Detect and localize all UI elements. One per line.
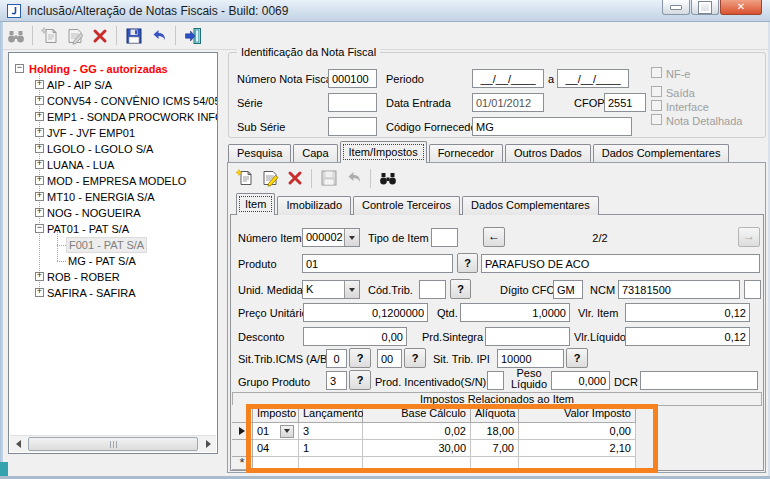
tab-controle-terceiros[interactable]: Controle Terceiros (353, 196, 460, 215)
sit-icms-b-input[interactable] (377, 349, 402, 368)
tab-pesquisa[interactable]: Pesquisa (228, 144, 291, 163)
nota-detalhada-checkbox[interactable] (651, 114, 662, 125)
item-undo-button[interactable] (341, 167, 366, 190)
close-button[interactable]: ✕ (720, 0, 762, 15)
tree-item[interactable]: JVF - JVF EMP01 (45, 125, 137, 141)
fornecedor-input[interactable] (472, 117, 632, 136)
row-selector-new[interactable]: * (232, 457, 253, 470)
cell-base-calculo[interactable]: 0,02 (363, 423, 471, 440)
data-entrada-input[interactable] (472, 93, 544, 112)
cell-lancamento[interactable]: 3 (299, 423, 363, 440)
minimize-button[interactable] (662, 0, 690, 15)
grupo-produto-input[interactable] (326, 371, 347, 390)
dcr-input[interactable] (640, 371, 758, 390)
exit-button[interactable] (180, 24, 205, 47)
numero-nota-input[interactable] (328, 69, 377, 88)
prod-incentivado-input[interactable] (487, 371, 504, 390)
expand-icon[interactable] (35, 144, 44, 153)
sit-icms-b-help-button[interactable]: ? (404, 348, 426, 368)
scrollbar-thumb[interactable] (28, 437, 198, 451)
tree-item[interactable]: LUANA - LUA (45, 157, 116, 173)
expand-icon[interactable] (35, 176, 44, 185)
cell-aliquota[interactable] (471, 457, 519, 470)
tree-item[interactable]: MG - PAT S/A (66, 253, 138, 269)
item-find-button[interactable] (375, 167, 400, 190)
tree-item[interactable]: LGOLO - LGOLO S/A (45, 141, 155, 157)
tree-item[interactable]: CONV54 - CONVÊNIO ICMS 54/05 (45, 93, 218, 109)
cell-aliquota[interactable]: 7,00 (471, 440, 519, 457)
vlr-item-input[interactable] (625, 303, 750, 322)
expand-icon[interactable] (35, 288, 44, 297)
tree-item[interactable]: SAFIRA - SAFIRA (45, 285, 138, 301)
sub-serie-input[interactable] (328, 117, 377, 136)
collapse-icon[interactable] (15, 64, 24, 73)
tree-item[interactable]: NOG - NOGUEIRA (45, 205, 143, 221)
digito-cfop-input[interactable] (553, 280, 583, 299)
dropdown-button[interactable] (344, 281, 359, 298)
cell-imposto[interactable] (253, 457, 299, 470)
prd-sintegra-input[interactable] (485, 327, 570, 346)
item-save-button[interactable] (316, 167, 341, 190)
tree-item[interactable]: AIP - AIP S/A (45, 77, 114, 93)
next-item-button[interactable]: → (738, 227, 760, 247)
grupo-produto-help-button[interactable]: ? (349, 370, 371, 390)
cell-imposto[interactable]: 04 (253, 440, 299, 457)
tree-item[interactable]: PAT01 - PAT S/A (45, 221, 131, 237)
expand-icon[interactable] (35, 96, 44, 105)
cod-trib-help-button[interactable]: ? (450, 279, 471, 299)
edit-button[interactable] (62, 24, 87, 47)
tab-item[interactable]: Item (236, 193, 275, 215)
sit-icms-a-help-button[interactable]: ? (349, 348, 371, 368)
desconto-input[interactable] (303, 327, 407, 346)
ncm-extra-input[interactable] (744, 280, 761, 299)
expand-icon[interactable] (35, 160, 44, 169)
tab-capa[interactable]: Capa (293, 144, 337, 163)
tab-dados-complementares-item[interactable]: Dados Complementares (462, 196, 599, 215)
unid-medida-combo[interactable]: K (302, 280, 360, 299)
item-delete-button[interactable] (282, 167, 307, 190)
sit-ipi-help-button[interactable]: ? (566, 348, 588, 368)
tree-item[interactable]: MOD - EMPRESA MODELO (45, 173, 188, 189)
produto-descricao-input[interactable] (481, 254, 760, 273)
cell-lancamento[interactable] (299, 457, 363, 470)
expand-icon[interactable] (35, 272, 44, 281)
maximize-button[interactable] (691, 0, 719, 15)
scroll-right-arrow[interactable] (200, 436, 216, 452)
horizontal-scrollbar[interactable] (10, 435, 216, 452)
tab-outros-dados[interactable]: Outros Dados (505, 144, 591, 163)
tab-fornecedor[interactable]: Fornecedor (429, 144, 503, 163)
serie-input[interactable] (328, 93, 377, 112)
expand-icon[interactable] (35, 208, 44, 217)
expand-icon[interactable] (35, 112, 44, 121)
new-button[interactable] (37, 24, 62, 47)
sit-icms-a-input[interactable] (326, 349, 347, 368)
undo-button[interactable] (146, 24, 171, 47)
item-new-button[interactable] (232, 167, 257, 190)
tab-item-impostos[interactable]: Item/Impostos (340, 141, 427, 163)
dropdown-button[interactable] (344, 229, 359, 246)
cod-trib-input[interactable] (419, 280, 446, 299)
tree-item[interactable]: MT10 - ENERGIA S/A (45, 189, 157, 205)
tree-item[interactable]: EMP1 - SONDA PROCWORK INFOR (45, 109, 218, 125)
preco-unitario-input[interactable] (303, 303, 428, 322)
interface-checkbox[interactable] (651, 100, 662, 111)
tipo-item-input[interactable] (431, 228, 458, 247)
tab-imobilizado[interactable]: Imobilizado (277, 196, 351, 215)
tree-item[interactable]: ROB - ROBER (45, 269, 122, 285)
scroll-left-arrow[interactable] (10, 436, 26, 452)
tab-dados-complementares[interactable]: Dados Complementares (593, 144, 730, 163)
cell-valor-imposto[interactable]: 0,00 (519, 423, 636, 440)
ncm-input[interactable] (618, 280, 740, 299)
vlr-liquido-input[interactable] (625, 327, 750, 346)
cell-base-calculo[interactable]: 30,00 (363, 440, 471, 457)
numero-item-combo[interactable]: 000002 (302, 228, 360, 247)
cell-valor-imposto[interactable] (519, 457, 636, 470)
previous-item-button[interactable]: ← (483, 227, 505, 247)
nfe-checkbox[interactable] (651, 67, 662, 78)
save-button[interactable] (121, 24, 146, 47)
tree-item-root[interactable]: Holding - GG - autorizadas (27, 61, 170, 77)
produto-codigo-input[interactable] (302, 254, 453, 273)
periodo-from-input[interactable] (472, 69, 544, 88)
cfop-input[interactable] (604, 93, 646, 112)
collapse-icon[interactable] (35, 224, 44, 233)
